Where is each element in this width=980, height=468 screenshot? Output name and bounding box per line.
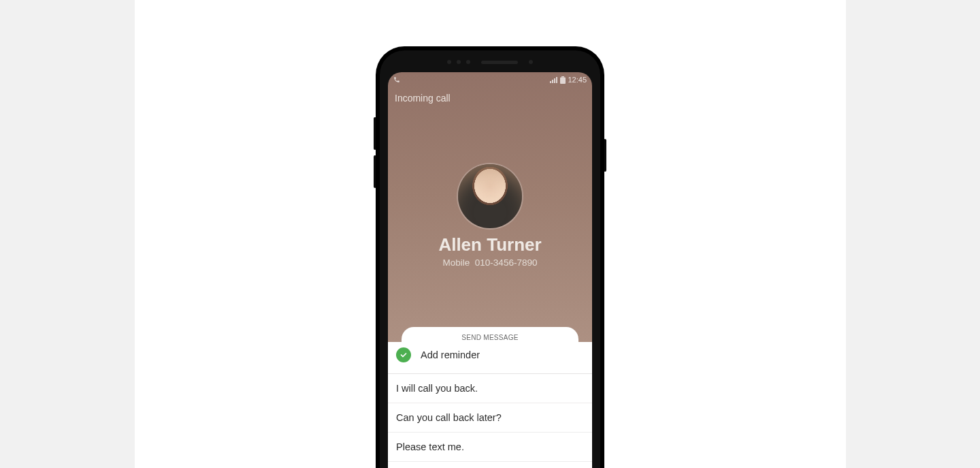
caller-type-label: Mobile	[443, 258, 470, 268]
send-message-panel: Add reminder I will call you back. Can y…	[388, 342, 592, 468]
phone-mockup: 12:45 Incoming call Allen Turner Mobile …	[381, 46, 599, 468]
caller-number: 010-3456-7890	[475, 258, 538, 268]
compose-new-message-row[interactable]: + Compose new message	[388, 461, 592, 468]
quick-reply-item[interactable]: Can you call back later?	[388, 403, 592, 432]
caller-info: Mobile 010-3456-7890	[388, 258, 592, 268]
status-right: 12:45	[550, 76, 587, 84]
checkmark-icon	[396, 347, 411, 362]
battery-icon	[560, 76, 566, 84]
incoming-call-label: Incoming call	[395, 93, 451, 104]
quick-reply-item[interactable]: I will call you back.	[388, 373, 592, 403]
quick-reply-item[interactable]: Please text me.	[388, 432, 592, 461]
status-bar: 12:45	[388, 72, 592, 87]
svg-rect-1	[552, 80, 553, 83]
phone-icon	[393, 76, 400, 83]
content-card: 12:45 Incoming call Allen Turner Mobile …	[135, 0, 846, 468]
status-left	[393, 76, 400, 83]
add-reminder-row[interactable]: Add reminder	[388, 342, 592, 373]
quick-reply-text: Can you call back later?	[396, 412, 502, 423]
svg-rect-2	[554, 78, 555, 83]
svg-rect-3	[556, 77, 557, 83]
phone-screen: 12:45 Incoming call Allen Turner Mobile …	[388, 72, 592, 468]
svg-rect-5	[560, 77, 566, 84]
svg-rect-0	[550, 81, 551, 83]
quick-reply-text: I will call you back.	[396, 383, 478, 394]
status-time: 12:45	[568, 76, 587, 84]
add-reminder-label: Add reminder	[421, 349, 480, 360]
caller-name: Allen Turner	[388, 234, 592, 255]
caller-avatar	[458, 164, 522, 228]
quick-reply-text: Please text me.	[396, 441, 464, 452]
send-message-tab-label: SEND MESSAGE	[461, 334, 519, 341]
svg-rect-4	[561, 76, 564, 78]
signal-icon	[550, 76, 558, 83]
